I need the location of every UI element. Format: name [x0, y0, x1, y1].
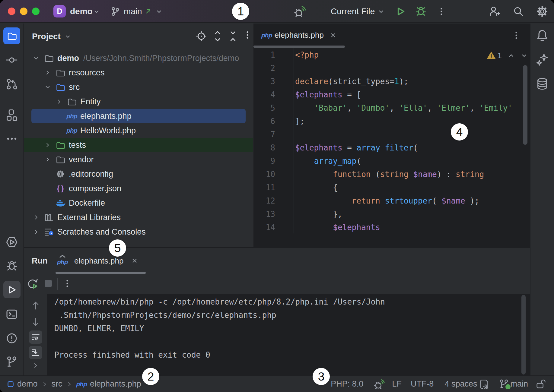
- chevron-right-icon[interactable]: [56, 98, 63, 105]
- chevron-right-icon[interactable]: [44, 156, 51, 163]
- tree-item-composer-json[interactable]: { }composer.json: [24, 181, 253, 196]
- collapse-all-icon[interactable]: [227, 30, 239, 43]
- pull-requests-tool-button[interactable]: [0, 77, 24, 91]
- project-tool-button[interactable]: [0, 27, 24, 44]
- console-expand-chevron-icon[interactable]: [24, 361, 47, 370]
- editor-scrollbar[interactable]: [523, 65, 527, 145]
- chevron-right-icon[interactable]: [33, 228, 40, 236]
- more-actions-kebab-icon[interactable]: [436, 0, 447, 23]
- tree-item-resources[interactable]: resources: [24, 65, 253, 80]
- rerun-button[interactable]: [27, 277, 39, 289]
- window-minimize-button[interactable]: [20, 8, 27, 15]
- tree-item-vendor[interactable]: vendor: [24, 152, 253, 167]
- code-line-6[interactable]: 6];: [253, 115, 530, 128]
- soft-wrap-toggle[interactable]: [29, 330, 42, 344]
- console-scrollbar[interactable]: [521, 295, 526, 375]
- run-tool-button[interactable]: [0, 281, 24, 298]
- problems-tool-button[interactable]: [0, 332, 24, 345]
- inspections-widget[interactable]: 1: [486, 51, 529, 60]
- more-tool-windows-button[interactable]: [0, 133, 24, 145]
- editor-options-kebab-icon[interactable]: [511, 30, 521, 40]
- run-config-selector[interactable]: Current File: [331, 0, 375, 23]
- run-tab-close-icon[interactable]: [131, 257, 138, 265]
- tree-item-src[interactable]: src: [24, 80, 253, 94]
- search-everywhere-icon[interactable]: [512, 0, 525, 23]
- tree-item-entity[interactable]: Entity: [24, 94, 253, 109]
- up-stacktrace-icon[interactable]: [24, 300, 47, 311]
- chevron-right-icon[interactable]: [33, 214, 40, 221]
- breadcrumb-project[interactable]: demo: [17, 379, 38, 389]
- code-line-2[interactable]: 2: [253, 62, 530, 75]
- code-line-12[interactable]: 12 return strtoupper( $name );: [253, 194, 530, 207]
- breadcrumb-file[interactable]: elephants.php: [90, 379, 141, 389]
- tree-item-scratches-and-consoles[interactable]: Scratches and Consoles: [24, 225, 253, 239]
- notifications-tool-button[interactable]: [530, 29, 554, 43]
- next-problem-chevron-down-icon[interactable]: [520, 51, 529, 60]
- branch-name[interactable]: main: [124, 0, 142, 23]
- window-zoom-button[interactable]: [32, 8, 40, 15]
- code-line-11[interactable]: 11 {: [253, 181, 530, 194]
- file-settings-icon[interactable]: [479, 378, 490, 390]
- chevron-down-icon[interactable]: [33, 55, 40, 62]
- tree-item-demo[interactable]: demo/Users/John.Smith/PhpstormProjects/d…: [24, 51, 253, 65]
- down-stacktrace-icon[interactable]: [24, 316, 47, 327]
- tab-close-icon[interactable]: [329, 31, 337, 39]
- run-options-kebab-icon[interactable]: [62, 278, 72, 289]
- code-line-4[interactable]: 4$elephants = [: [253, 88, 530, 101]
- tree-item-tests[interactable]: tests: [24, 138, 253, 152]
- line-ending-widget[interactable]: LF: [392, 379, 402, 389]
- git-tool-button[interactable]: [0, 355, 24, 368]
- tree-item-helloworld-php[interactable]: phpHelloWorld.php: [24, 123, 253, 138]
- code-line-5[interactable]: 5 'Babar', 'Dumbo', 'Ella', 'Elmer', 'Em…: [253, 101, 530, 115]
- profiler-listener-icon[interactable]: [293, 0, 307, 23]
- php-version-widget[interactable]: PHP: 8.0: [331, 379, 363, 389]
- database-tool-button[interactable]: [530, 77, 554, 91]
- listener-bug-icon[interactable]: [373, 378, 386, 390]
- chevron-right-icon[interactable]: [44, 141, 51, 149]
- tree-item-external-libraries[interactable]: External Libraries: [24, 210, 253, 225]
- indent-widget[interactable]: 4 spaces: [444, 379, 477, 389]
- lock-open-icon[interactable]: [535, 378, 547, 390]
- branch-chevron-down-icon[interactable]: [154, 0, 164, 23]
- code-line-8[interactable]: 8$elephants = array_filter(: [253, 141, 530, 154]
- code-editor[interactable]: 1<?php23declare(strict_types=1);4$elepha…: [253, 48, 530, 233]
- project-badge[interactable]: D: [53, 5, 66, 17]
- chevron-right-icon[interactable]: [44, 69, 51, 76]
- run-tab-elephants[interactable]: php elephants.php: [56, 248, 138, 274]
- debug-button[interactable]: [415, 0, 427, 23]
- run-config-chevron-down-icon[interactable]: [377, 0, 386, 23]
- tree-item-dockerfile[interactable]: Dockerfile: [24, 196, 253, 210]
- project-view-chevron-down-icon[interactable]: [64, 32, 72, 41]
- expand-all-icon[interactable]: [211, 30, 224, 43]
- code-line-13[interactable]: 13 },: [253, 207, 530, 221]
- prev-problem-chevron-up-icon[interactable]: [507, 51, 516, 60]
- encoding-widget[interactable]: UTF-8: [411, 379, 434, 389]
- project-chevron-down-icon[interactable]: [92, 0, 101, 23]
- terminal-tool-button[interactable]: [0, 308, 24, 321]
- window-close-button[interactable]: [8, 8, 15, 15]
- project-name[interactable]: demo: [70, 0, 93, 23]
- project-options-kebab-icon[interactable]: [242, 30, 253, 40]
- ai-assistant-tool-button[interactable]: [530, 53, 554, 67]
- git-branch-icon[interactable]: [498, 378, 510, 390]
- structure-tool-button[interactable]: [0, 108, 24, 122]
- chevron-down-icon[interactable]: [44, 84, 51, 91]
- branch-widget[interactable]: main: [510, 379, 528, 389]
- select-opened-file-icon[interactable]: [195, 30, 208, 43]
- services-tool-button[interactable]: [0, 235, 24, 249]
- code-line-14[interactable]: 14 $elephants: [253, 221, 530, 233]
- code-with-me-icon[interactable]: [488, 0, 501, 23]
- debug-tool-button[interactable]: [0, 259, 24, 273]
- tree-item--editorconfig[interactable]: .editorconfig: [24, 167, 253, 181]
- run-button[interactable]: [394, 0, 407, 23]
- commit-tool-button[interactable]: [0, 53, 24, 67]
- settings-gear-icon[interactable]: [536, 0, 549, 23]
- code-line-7[interactable]: 7: [253, 128, 530, 141]
- code-line-3[interactable]: 3declare(strict_types=1);: [253, 75, 530, 88]
- breadcrumb-src[interactable]: src: [52, 379, 62, 389]
- editor-tab-elephants[interactable]: php elephants.php: [261, 24, 337, 47]
- code-line-9[interactable]: 9 array_map(: [253, 154, 530, 168]
- stop-button[interactable]: [43, 278, 53, 289]
- scroll-to-end-toggle[interactable]: [29, 346, 42, 359]
- tree-item-elephants-php[interactable]: phpelephants.php: [24, 109, 253, 123]
